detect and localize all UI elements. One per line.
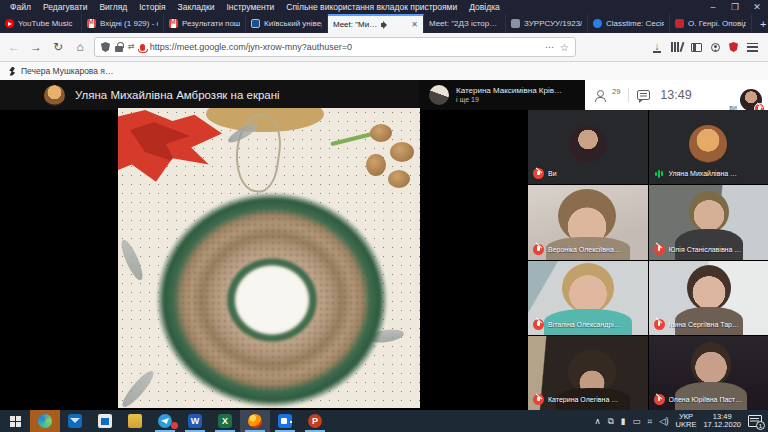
presenter-name: Уляна Михайлівна Амброзяк на екрані bbox=[75, 89, 280, 101]
meet-topbar: 29 13:49 ви bbox=[585, 80, 768, 110]
menu-file[interactable]: Файл bbox=[4, 2, 37, 12]
toolbar-right: ↓ bbox=[652, 42, 762, 53]
participant-tile-iryna[interactable]: Ірина Сергіївна Тар… bbox=[649, 261, 768, 335]
menu-edit[interactable]: Редагувати bbox=[37, 2, 93, 12]
tab-gmail-inbox[interactable]: Вхідні (1 929) - о… bbox=[82, 14, 164, 33]
tab-meet-active[interactable]: Meet: "Ми… ✕ bbox=[328, 14, 424, 33]
gmail-icon bbox=[87, 19, 96, 28]
start-button[interactable] bbox=[0, 410, 30, 432]
taskbar-explorer[interactable] bbox=[120, 410, 150, 432]
presenter-banner: Уляна Михайлівна Амброзяк на екрані bbox=[0, 80, 419, 110]
library-icon[interactable] bbox=[671, 42, 682, 52]
forward-button[interactable]: → bbox=[28, 40, 44, 54]
photo-walnut bbox=[366, 154, 386, 176]
account-icon[interactable] bbox=[711, 43, 720, 52]
archive-site-icon bbox=[511, 19, 520, 28]
page-actions-icon[interactable]: ⋯ bbox=[545, 42, 555, 52]
menu-history[interactable]: Історія bbox=[133, 2, 171, 12]
language-indicator[interactable]: УКРUKRE bbox=[676, 413, 697, 430]
menu-bookmarks[interactable]: Закладки bbox=[172, 2, 221, 12]
participant-tile-vitalina[interactable]: Віталіна Олександрі… bbox=[528, 261, 648, 335]
participants-icon[interactable] bbox=[595, 90, 610, 101]
home-button[interactable]: ⌂ bbox=[72, 40, 88, 54]
action-center-icon[interactable]: 1 bbox=[748, 415, 762, 427]
tray-battery-icon[interactable]: ▭ bbox=[632, 416, 640, 426]
bookmark-star-icon[interactable]: ☆ bbox=[560, 42, 569, 53]
menu-tools[interactable]: Інструменти bbox=[220, 2, 280, 12]
taskbar-excel[interactable]: X bbox=[210, 410, 240, 432]
tab-audio-icon[interactable] bbox=[381, 21, 390, 29]
shared-screen-stage bbox=[0, 110, 528, 410]
menu-view[interactable]: Вигляд bbox=[93, 2, 133, 12]
menu-help[interactable]: Довідка bbox=[463, 2, 506, 12]
taskbar-meet[interactable] bbox=[270, 410, 300, 432]
menu-tab-sharing[interactable]: Спільне використання вкладок пристроями bbox=[280, 2, 463, 12]
taskbar-powerpoint[interactable]: P bbox=[300, 410, 330, 432]
new-tab-button[interactable]: + bbox=[752, 14, 768, 33]
participant-tile-kateryna-o[interactable]: Катерина Олегівна … bbox=[528, 336, 648, 410]
back-button[interactable]: ← bbox=[6, 40, 22, 54]
participant-tile-yuliya[interactable]: Юлія Станіславівна … bbox=[649, 185, 768, 259]
tab-kyiv-university[interactable]: Київський універ… bbox=[246, 14, 328, 33]
avatar bbox=[569, 125, 607, 163]
taskbar-telegram[interactable] bbox=[150, 410, 180, 432]
taskbar-store[interactable] bbox=[90, 410, 120, 432]
tab-youtube-music[interactable]: YouTube Music bbox=[0, 14, 82, 33]
menu-hamburger-icon[interactable] bbox=[747, 43, 758, 52]
tab-ohenry[interactable]: О. Генрі. Оповіда… bbox=[670, 14, 752, 33]
tab-archive[interactable]: ЗУРРСУУ/1923/1/… bbox=[506, 14, 588, 33]
url-bar[interactable]: ⇄ https://meet.google.com/jyn-xrow-mny?a… bbox=[94, 37, 576, 57]
mic-muted-icon bbox=[533, 394, 544, 405]
photo-leaf-motif bbox=[119, 368, 158, 408]
mic-in-use-icon[interactable] bbox=[140, 44, 145, 51]
taskbar-clock[interactable]: 13:4917.12.2020 bbox=[703, 413, 741, 430]
tray-volume-icon[interactable]: ◁) bbox=[659, 416, 668, 426]
you-avatar[interactable] bbox=[740, 89, 762, 111]
minimize-button[interactable]: – bbox=[702, 2, 724, 12]
participants-count[interactable]: 29 bbox=[612, 87, 620, 96]
word-icon: W bbox=[188, 414, 202, 428]
bookmark-favicon bbox=[8, 67, 16, 76]
store-icon bbox=[98, 414, 112, 428]
participant-tile-veronika[interactable]: Вероніка Олексіївна… bbox=[528, 185, 648, 259]
pinned-name: Катерина Максимівна Крів… bbox=[456, 86, 562, 95]
tab-search-results[interactable]: Результати пошу… bbox=[164, 14, 246, 33]
telegram-icon bbox=[158, 414, 172, 428]
taskbar-word[interactable]: W bbox=[180, 410, 210, 432]
maximize-button[interactable]: ❐ bbox=[724, 2, 746, 12]
tab-close-icon[interactable]: ✕ bbox=[411, 20, 418, 29]
tray-network-icon[interactable]: ⌗ bbox=[647, 416, 652, 427]
pinned-avatar bbox=[429, 85, 449, 105]
tab-meet-2[interactable]: Meet: "2ДЗ істор… bbox=[424, 14, 506, 33]
taskbar-mail[interactable] bbox=[60, 410, 90, 432]
adblock-shield-icon[interactable] bbox=[729, 42, 738, 52]
tracking-shield-icon[interactable] bbox=[101, 42, 110, 52]
taskbar-firefox[interactable] bbox=[240, 410, 270, 432]
excel-icon: X bbox=[218, 414, 232, 428]
chat-icon[interactable] bbox=[637, 90, 650, 100]
firefox-icon bbox=[248, 414, 262, 428]
participant-tile-you[interactable]: Ви bbox=[528, 110, 648, 184]
navigation-bar: ← → ↻ ⌂ ⇄ https://meet.google.com/jyn-xr… bbox=[0, 33, 768, 62]
tray-usb-icon[interactable]: ▮ bbox=[621, 416, 626, 426]
close-button[interactable]: ✕ bbox=[746, 2, 768, 12]
bookmark-item[interactable]: Печера Мушкарова я… bbox=[21, 66, 113, 76]
taskbar-edge[interactable] bbox=[30, 410, 60, 432]
gmail-icon bbox=[169, 19, 178, 28]
tray-pc-icon[interactable]: ⧉ bbox=[608, 416, 614, 427]
reload-button[interactable]: ↻ bbox=[50, 40, 66, 54]
url-text[interactable]: https://meet.google.com/jyn-xrow-mny?aut… bbox=[150, 42, 540, 52]
participant-tile-ulyana[interactable]: Уляна Михайлівна … bbox=[649, 110, 768, 184]
participant-tile-olena[interactable]: Олена Юріївна Паст… bbox=[649, 336, 768, 410]
participant-video bbox=[687, 265, 731, 311]
pinned-participant-banner[interactable]: Катерина Максимівна Крів… і ще 19 bbox=[419, 80, 585, 110]
tab-classtime[interactable]: Classtime: Сесія | bbox=[588, 14, 670, 33]
mail-icon bbox=[68, 414, 82, 428]
pinned-more-count: і ще 19 bbox=[456, 96, 562, 104]
downloads-icon[interactable]: ↓ bbox=[652, 42, 662, 53]
permissions-icon[interactable]: ⇄ bbox=[128, 42, 135, 52]
speaking-indicator-icon bbox=[654, 168, 665, 179]
tray-chevron-icon[interactable]: ∧ bbox=[594, 416, 600, 426]
lock-icon[interactable] bbox=[115, 46, 123, 52]
sidebar-toggle-icon[interactable] bbox=[691, 43, 702, 52]
